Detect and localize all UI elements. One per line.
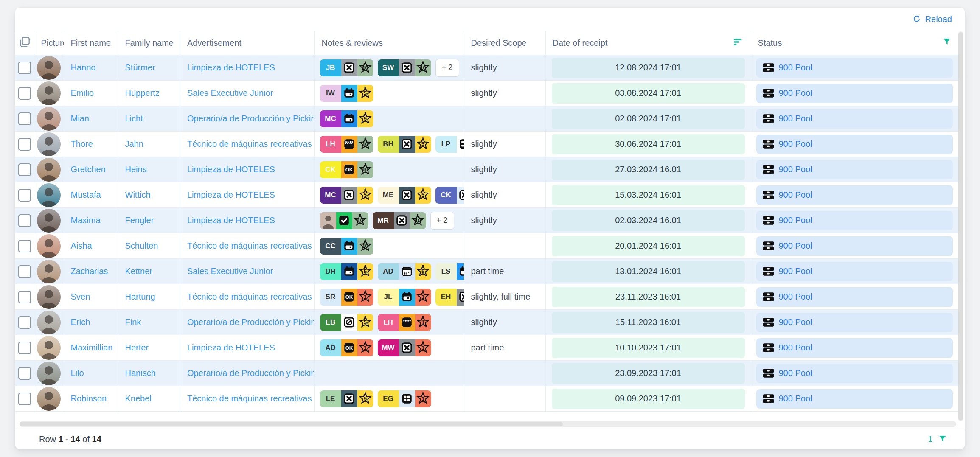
horizontal-scrollbar[interactable] — [20, 421, 956, 427]
status-link[interactable]: 900 Pool — [779, 292, 812, 302]
note-chip[interactable]: DH 5 — [320, 263, 373, 280]
status-pill[interactable]: 900 Pool — [756, 287, 953, 307]
first-name-link[interactable]: Hanno — [71, 63, 96, 72]
column-header-date[interactable]: Date of receipt — [545, 31, 751, 55]
column-header-notes[interactable]: Notes & reviews — [314, 31, 464, 55]
advertisement-link[interactable]: Técnico de máquinas recreativas — [187, 139, 312, 149]
status-link[interactable]: 900 Pool — [779, 139, 812, 149]
more-notes-button[interactable]: + 2 — [430, 212, 454, 230]
family-name-link[interactable]: Huppertz — [125, 88, 160, 98]
first-name-link[interactable]: Maximillian — [71, 343, 113, 352]
status-pill[interactable]: 900 Pool — [756, 313, 953, 332]
row-checkbox[interactable] — [18, 138, 31, 151]
note-chip[interactable]: JB 10 — [320, 59, 373, 76]
status-link[interactable]: 900 Pool — [779, 165, 812, 174]
first-name-link[interactable]: Maxima — [71, 216, 101, 225]
first-name-link[interactable]: Zacharias — [71, 266, 108, 276]
note-chip[interactable]: LH”” 1 — [378, 314, 431, 331]
row-checkbox[interactable] — [18, 342, 31, 354]
row-checkbox[interactable] — [18, 265, 31, 278]
column-header-first[interactable]: First name — [64, 31, 118, 55]
page-number[interactable]: 1 — [928, 435, 932, 444]
row-checkbox[interactable] — [18, 316, 31, 329]
column-header-picture[interactable]: Picture — [34, 31, 64, 55]
family-name-link[interactable]: Hartung — [125, 292, 155, 301]
note-chip[interactable]: IW 5 — [320, 85, 373, 102]
status-link[interactable]: 900 Pool — [779, 343, 812, 353]
column-header-family[interactable]: Family name — [118, 31, 180, 55]
status-link[interactable]: 900 Pool — [779, 317, 812, 327]
advertisement-link[interactable]: Operario/a de Producción y Picking — [187, 317, 314, 327]
row-checkbox[interactable] — [18, 367, 31, 380]
column-header-scope[interactable]: Desired Scope — [464, 31, 545, 55]
note-chip[interactable]: ADOK 1 — [320, 339, 373, 356]
advertisement-link[interactable]: Limpieza de HOTELES — [187, 165, 275, 174]
first-name-link[interactable]: Emilio — [71, 88, 94, 98]
note-chip[interactable]: CC 10 — [320, 238, 373, 255]
select-all-header[interactable] — [15, 31, 34, 55]
advertisement-link[interactable]: Técnico de máquinas recreativas — [187, 394, 312, 403]
note-chip[interactable]: BH 5 — [378, 136, 431, 153]
family-name-link[interactable]: Stürmer — [125, 63, 155, 72]
advertisement-link[interactable]: Sales Executive Junior — [187, 88, 273, 98]
note-chip[interactable]: EG 1 — [378, 390, 431, 407]
note-chip[interactable]: EB 5 — [320, 314, 373, 331]
advertisement-link[interactable]: Operario/a de Producción y Picking — [187, 114, 314, 123]
column-header-status[interactable]: Status — [751, 31, 959, 55]
status-pill[interactable]: 900 Pool — [756, 58, 953, 78]
first-name-link[interactable]: Aisha — [71, 241, 92, 250]
status-pill[interactable]: 900 Pool — [756, 338, 953, 358]
row-checkbox[interactable] — [18, 240, 31, 252]
status-pill[interactable]: 900 Pool — [756, 160, 953, 179]
status-link[interactable]: 900 Pool — [779, 216, 812, 225]
family-name-link[interactable]: Schulten — [125, 241, 158, 250]
reload-button[interactable]: Reload — [912, 14, 952, 24]
vertical-scrollbar-thumb[interactable] — [958, 32, 963, 420]
advertisement-link[interactable]: Limpieza de HOTELES — [187, 190, 275, 199]
note-chip[interactable]: LE 5 — [320, 390, 373, 407]
family-name-link[interactable]: Knebel — [125, 394, 152, 403]
status-pill[interactable]: 900 Pool — [756, 236, 953, 256]
filter-icon[interactable] — [938, 434, 948, 444]
first-name-link[interactable]: Gretchen — [71, 165, 106, 174]
status-link[interactable]: 900 Pool — [779, 241, 812, 251]
family-name-link[interactable]: Herter — [125, 343, 149, 352]
note-chip[interactable]: EH 1 — [435, 289, 464, 306]
note-chip[interactable]: MW 1 — [378, 339, 431, 356]
advertisement-link[interactable]: Técnico de máquinas recreativas — [187, 241, 312, 250]
select-all-icon[interactable] — [18, 36, 31, 50]
status-link[interactable]: 900 Pool — [779, 190, 812, 200]
advertisement-link[interactable]: Operario/a de Producción y Picking — [187, 368, 314, 378]
status-link[interactable]: 900 Pool — [779, 63, 812, 73]
family-name-link[interactable]: Hanisch — [125, 368, 156, 378]
note-chip[interactable]: AD 5 — [378, 263, 431, 280]
row-checkbox[interactable] — [18, 291, 31, 303]
note-chip[interactable]: LH”” 10 — [320, 136, 373, 153]
first-name-link[interactable]: Lilo — [71, 368, 84, 378]
status-link[interactable]: 900 Pool — [779, 368, 812, 378]
note-chip[interactable]: SW 10 — [378, 59, 431, 76]
column-header-ad[interactable]: Advertisement — [180, 31, 314, 55]
note-chip[interactable]: LS 1 — [435, 263, 464, 280]
note-chip[interactable]: CKOK 10 — [320, 161, 373, 178]
first-name-link[interactable]: Erich — [71, 317, 90, 327]
advertisement-link[interactable]: Técnico de máquinas recreativas — [187, 292, 312, 301]
status-pill[interactable]: 900 Pool — [756, 262, 953, 281]
note-chip[interactable]: MC 5 — [320, 187, 373, 204]
row-checkbox[interactable] — [18, 393, 31, 405]
first-name-link[interactable]: Robinson — [71, 394, 107, 403]
status-pill[interactable]: 900 Pool — [756, 364, 953, 383]
first-name-link[interactable]: Mian — [71, 114, 89, 123]
note-chip[interactable]: CK 5 — [435, 187, 464, 204]
note-chip[interactable]: LP 1 — [435, 136, 464, 153]
note-chip[interactable]: 10 — [320, 212, 368, 229]
note-chip[interactable]: SROK 1 — [320, 289, 373, 306]
family-name-link[interactable]: Jahn — [125, 139, 143, 149]
sort-icon[interactable] — [734, 38, 744, 48]
column-filter-icon[interactable] — [942, 37, 952, 49]
advertisement-link[interactable]: Limpieza de HOTELES — [187, 343, 275, 352]
family-name-link[interactable]: Kettner — [125, 266, 152, 276]
note-chip[interactable]: MC 5 — [320, 110, 373, 127]
note-chip[interactable]: ME 5 — [378, 187, 431, 204]
row-checkbox[interactable] — [18, 112, 31, 125]
